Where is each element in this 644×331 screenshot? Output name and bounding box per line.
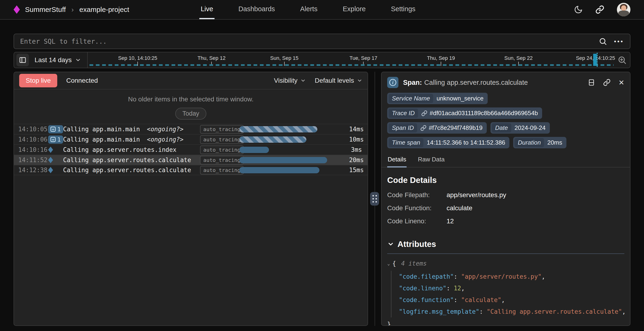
log-row-selected[interactable]: 14:11:52 Calling app.server.routes.calcu…	[14, 155, 368, 165]
time-range-dropdown[interactable]: Last 14 days	[29, 56, 87, 64]
log-row[interactable]: 14:10:05 + 1 Calling app.main.main<ongoi…	[14, 124, 368, 134]
sidebar-toggle-button[interactable]	[16, 54, 29, 66]
tab-settings[interactable]: Settings	[390, 0, 417, 19]
tab-details[interactable]: Details	[387, 154, 406, 168]
chevron-right-icon: ›	[71, 6, 74, 14]
ongoing-marker: <ongoing?>	[147, 136, 184, 143]
service-name-badge[interactable]: Service Name unknown_service	[387, 93, 488, 104]
plus-square-icon: +	[50, 126, 56, 132]
row-duration: 3ms	[349, 146, 363, 153]
span-id-badge[interactable]: Span ID #f7c8e294f7489b19	[387, 122, 487, 134]
row-timestamp: 14:10:16	[18, 146, 48, 153]
dock-view-button[interactable]	[588, 79, 595, 86]
stop-live-button[interactable]: Stop live	[19, 74, 57, 87]
expand-children-badge[interactable]: + 1	[48, 136, 63, 144]
span-bar	[239, 157, 327, 163]
link-icon	[603, 79, 610, 86]
span-bar	[239, 147, 269, 153]
dock-bottom-icon	[588, 79, 595, 86]
more-options-icon[interactable]: •••	[614, 38, 624, 45]
timeline-tick-label: Sep 10, 14:10:25	[118, 55, 157, 61]
log-row[interactable]: 14:12:38 Calling app.server.routes.calcu…	[14, 165, 368, 175]
row-message: Calling app.main.main<ongoing?>	[63, 126, 200, 133]
span-bar-track	[239, 157, 349, 163]
sql-filter-bar: •••	[14, 34, 630, 49]
top-nav: SummerStuff › example-project Live Dashb…	[0, 0, 644, 20]
close-icon: ✕	[618, 78, 624, 87]
theme-toggle-button[interactable]	[574, 5, 583, 14]
span-diamond-icon	[48, 157, 53, 163]
sql-filter-input[interactable]	[20, 38, 592, 45]
sidebar-icon	[19, 56, 26, 64]
close-panel-button[interactable]: ✕	[618, 78, 624, 87]
org-name[interactable]: SummerStuff	[25, 6, 66, 14]
span-meta-badges: Service Name unknown_service Trace ID #d…	[382, 91, 630, 150]
plus-square-icon: +	[50, 137, 56, 142]
logfire-logo-icon[interactable]	[14, 5, 20, 14]
timeline-tick-label: Sun, Sep 15	[270, 55, 298, 61]
live-feed-panel: Stop live Connected Visibility Default l…	[14, 72, 368, 326]
time-cursor[interactable]	[597, 53, 598, 67]
log-rows: 14:10:05 + 1 Calling app.main.main<ongoi…	[14, 124, 368, 175]
span-detail-panel: i Span:Calling app.server.routes.calcula…	[381, 72, 630, 326]
log-row[interactable]: 14:10:16 Calling app.server.routes.index…	[14, 144, 368, 155]
live-feed-body: No older items in the selected time wind…	[14, 90, 368, 326]
date-badge[interactable]: Date 2024-09-24	[490, 122, 550, 134]
attributes-section: Attributes ⌄ { 4 items "code.filepath": …	[382, 230, 630, 326]
nav-right	[574, 0, 630, 19]
span-bar-track	[239, 136, 349, 143]
link-icon	[421, 110, 428, 116]
log-row[interactable]: 14:10:06 + 1 Calling app.main.main<ongoi…	[14, 134, 368, 144]
tab-dashboards[interactable]: Dashboards	[237, 0, 276, 19]
magnifier-plus-icon	[617, 55, 627, 65]
expand-children-badge[interactable]: + 1	[48, 125, 63, 134]
tab-explore[interactable]: Explore	[342, 0, 367, 19]
tag-pill[interactable]: auto_tracing	[200, 166, 244, 174]
default-levels-dropdown[interactable]: Default levels	[315, 77, 362, 84]
grip-dots-icon	[372, 195, 374, 196]
collapse-chevron-icon[interactable]: ⌄	[387, 258, 390, 269]
time-range-bar: Last 14 days Sep 10, 14:10:25 Thu, Sep 1…	[14, 52, 630, 68]
json-entry: "code.filepath": "app/server/routes.py",	[399, 271, 624, 282]
ongoing-marker: <ongoing?>	[147, 126, 184, 133]
timeline-brush[interactable]: Sep 10, 14:10:25 Thu, Sep 12 Sun, Sep 15…	[88, 52, 615, 68]
tag-pill[interactable]: auto_tracing	[200, 135, 244, 144]
attributes-toggle[interactable]: Attributes	[387, 240, 624, 249]
span-title: Span:Calling app.server.routes.calculate	[403, 79, 528, 86]
code-filepath-row: Code Filepath: app/server/routes.py	[387, 191, 624, 199]
search-icon[interactable]	[599, 37, 607, 46]
link-icon	[596, 5, 604, 14]
code-details-heading: Code Details	[387, 176, 624, 185]
span-detail-header: i Span:Calling app.server.routes.calcula…	[382, 72, 630, 91]
panel-resizer	[368, 72, 381, 326]
trace-id-badge[interactable]: Trace ID #df01acad0311189c8b66a466d96965…	[387, 108, 542, 119]
time-span-badge[interactable]: Time span 14:11:52.366 to 14:11:52.386	[387, 137, 510, 148]
drag-handle[interactable]	[370, 192, 379, 206]
copy-link-button[interactable]	[596, 5, 604, 14]
visibility-dropdown[interactable]: Visibility	[274, 77, 306, 84]
activity-spike	[593, 54, 597, 66]
span-bar-track	[239, 167, 349, 173]
user-avatar[interactable]	[617, 3, 630, 16]
tag-pill[interactable]: auto_tracing	[200, 125, 244, 134]
row-timestamp: 14:12:38	[18, 166, 48, 174]
row-timestamp: 14:10:06	[18, 136, 48, 143]
span-bar-track	[239, 147, 349, 153]
tag-pill[interactable]: auto_tracing	[200, 156, 244, 164]
tab-alerts[interactable]: Alerts	[299, 0, 319, 19]
json-entries: "code.filepath": "app/server/routes.py",…	[391, 271, 624, 318]
span-bar	[239, 136, 306, 143]
link-icon	[420, 125, 426, 131]
tab-live[interactable]: Live	[199, 0, 214, 19]
activity-sparkline	[90, 64, 614, 66]
row-message: Calling app.server.routes.calculate	[63, 166, 200, 174]
zoom-in-button[interactable]	[617, 55, 627, 65]
duration-badge[interactable]: Duration 20ms	[513, 137, 566, 148]
span-diamond-icon	[48, 167, 53, 173]
project-name[interactable]: example-project	[80, 6, 129, 14]
row-duration: 10ms	[349, 136, 365, 143]
today-button[interactable]: Today	[175, 108, 206, 120]
copy-span-link-button[interactable]	[603, 79, 610, 86]
tag-pill[interactable]: auto_tracing	[200, 146, 244, 154]
tab-raw-data[interactable]: Raw Data	[417, 154, 445, 168]
